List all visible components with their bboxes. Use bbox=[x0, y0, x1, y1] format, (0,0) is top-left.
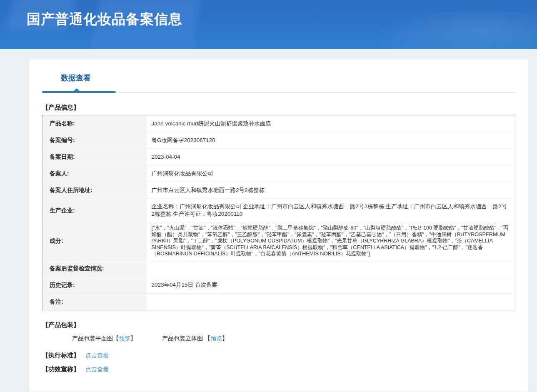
table-row: 备案编号:粤G妆网备字2023067120 bbox=[42, 132, 515, 149]
row-label: 备案人住所地址: bbox=[42, 182, 147, 199]
page-title: 国产普通化妆品备案信息 bbox=[0, 0, 537, 29]
row-value: Jane volcanic mud妍泥火山泥舒缓紧致补水面膜 bbox=[147, 115, 515, 132]
solid-image-label: 产品包装立体图 bbox=[162, 335, 203, 342]
row-value bbox=[147, 260, 515, 277]
row-value: 粤G妆网备字2023067120 bbox=[147, 132, 515, 149]
table-row: 生产企业:企业名称：广州润研化妆品有限公司 企业地址：广州市白云区人和镇秀水塘西… bbox=[42, 199, 515, 222]
row-value bbox=[147, 293, 515, 310]
table-row: 备案人住所地址:广州市白云区人和镇秀水塘西一路2号2栋整栋 bbox=[42, 182, 515, 199]
bracket: 【 bbox=[113, 335, 119, 342]
row-value: 2023年04月15日 首次备案 bbox=[147, 277, 515, 293]
bracket: 】 bbox=[222, 335, 228, 342]
packaging-line: 产品包装平面图【预览】产品包装立体图 【预览】 bbox=[72, 335, 515, 342]
row-label: 生产企业: bbox=[42, 199, 147, 222]
section-packaging-title: 【产品包装】 bbox=[42, 321, 515, 329]
tab-bar-divider bbox=[116, 92, 515, 93]
standard-line: 【执行标准】点击查看 bbox=[42, 352, 515, 360]
tab-data-view-label: 数据查看 bbox=[61, 74, 91, 82]
row-value: 广州市白云区人和镇秀水塘西一路2号2栋整栋 bbox=[147, 182, 515, 199]
row-value: 广州润研化妆品有限公司 bbox=[147, 165, 515, 182]
table-row: 历史记录:2023年04月15日 首次备案 bbox=[42, 277, 515, 293]
row-label: 备案编号: bbox=[42, 132, 147, 149]
table-row: 产品名称:Jane volcanic mud妍泥火山泥舒缓紧致补水面膜 bbox=[42, 115, 515, 132]
tab-arrow-icon bbox=[73, 88, 80, 92]
tab-active-indicator bbox=[42, 91, 116, 93]
efficacy-view-link[interactable]: 点击查看 bbox=[85, 366, 109, 372]
table-row: 备案人:广州润研化妆品有限公司 bbox=[42, 165, 515, 182]
bracket: 【 bbox=[205, 335, 210, 342]
solid-image-preview-link[interactable]: 预览 bbox=[210, 335, 222, 342]
table-row: 成分:["水"，"火山泥"，"甘油"，"液体石蜡"，"鲸蜡硬脂醇"，"聚二甲基硅… bbox=[42, 222, 515, 260]
efficacy-line: 【功效宣称】点击查看 bbox=[42, 365, 515, 373]
table-row: 备案日期:2023-04-04 bbox=[42, 149, 515, 165]
row-value: 企业名称：广州润研化妆品有限公司 企业地址：广州市白云区人和镇秀水塘西一路2号2… bbox=[147, 199, 515, 222]
content-card: 数据查看 【产品信息】 产品名称:Jane volcanic mud妍泥火山泥舒… bbox=[29, 60, 528, 392]
table-row: 备案后监督检查情况: bbox=[42, 260, 515, 277]
bracket: 】 bbox=[130, 335, 136, 342]
row-value: ["水"，"火山泥"，"甘油"，"液体石蜡"，"鲸蜡硬脂醇"，"聚二甲基硅氧烷"… bbox=[147, 222, 515, 260]
tab-bar bbox=[42, 89, 515, 93]
row-label: 备案后监督检查情况: bbox=[42, 260, 147, 277]
row-label: 历史记录: bbox=[42, 277, 147, 293]
section-standard-title: 【执行标准】 bbox=[42, 352, 80, 359]
row-label: 备注: bbox=[42, 293, 147, 310]
page-body: 数据查看 【产品信息】 产品名称:Jane volcanic mud妍泥火山泥舒… bbox=[0, 49, 537, 392]
tab-data-view[interactable]: 数据查看 bbox=[61, 73, 91, 83]
page-banner: 国产普通化妆品备案信息 bbox=[0, 0, 537, 49]
flat-image-preview-link[interactable]: 预览 bbox=[119, 335, 130, 342]
row-label: 成分: bbox=[42, 222, 147, 260]
row-value: 2023-04-04 bbox=[147, 149, 515, 165]
row-label: 备案人: bbox=[42, 165, 147, 182]
row-label: 产品名称: bbox=[42, 115, 147, 132]
product-info-table: 产品名称:Jane volcanic mud妍泥火山泥舒缓紧致补水面膜备案编号:… bbox=[42, 115, 515, 310]
section-efficacy-title: 【功效宣称】 bbox=[42, 365, 80, 372]
table-row: 备注: bbox=[42, 293, 515, 310]
banner-decoration-wave bbox=[379, 29, 487, 49]
standard-view-link[interactable]: 点击查看 bbox=[85, 352, 109, 359]
row-label: 备案日期: bbox=[42, 149, 147, 165]
section-product-info-title: 【产品信息】 bbox=[42, 104, 515, 112]
flat-image-label: 产品包装平面图 bbox=[72, 335, 113, 342]
